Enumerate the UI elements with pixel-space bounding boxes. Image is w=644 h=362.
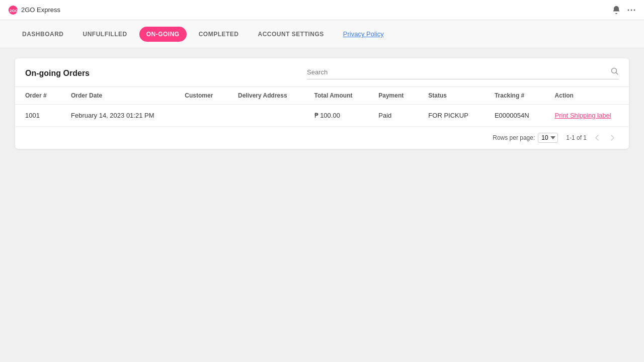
cell-status: FOR PICKUP <box>418 105 485 127</box>
nav-item-privacy-policy[interactable]: Privacy Policy <box>336 26 391 42</box>
print-shipping-label-link[interactable]: Print Shipping label <box>555 112 611 119</box>
cell-total-amount: ₱ 100.00 <box>304 105 369 127</box>
orders-table: Order # Order Date Customer Delivery Add… <box>15 86 629 126</box>
col-header-order-date: Order Date <box>61 87 175 105</box>
svg-line-6 <box>616 73 618 75</box>
nav-item-unfulfilled[interactable]: UNFULFILLED <box>76 27 134 42</box>
main-content: On-going Orders Order # Order Date Custo… <box>0 48 644 159</box>
prev-page-button[interactable] <box>591 132 603 144</box>
cell-tracking: E0000054N <box>485 105 545 127</box>
col-header-status: Status <box>418 87 485 105</box>
nav-item-completed[interactable]: COMPLETED <box>192 27 246 42</box>
col-header-delivery-address: Delivery Address <box>228 87 304 105</box>
svg-point-3 <box>631 9 632 11</box>
table-title: On-going Orders <box>25 69 90 78</box>
page-nav: 1-1 of 1 <box>566 132 619 144</box>
cell-order-num: 1001 <box>15 105 61 127</box>
nav-bar: DASHBOARD UNFULFILLED ON-GOING COMPLETED… <box>0 20 644 48</box>
bell-icon[interactable] <box>612 6 621 15</box>
col-header-total-amount: Total Amount <box>304 87 369 105</box>
col-header-order-num: Order # <box>15 87 61 105</box>
nav-item-dashboard[interactable]: DASHBOARD <box>15 27 71 42</box>
cell-customer <box>175 105 228 127</box>
table-row: 1001 February 14, 2023 01:21 PM ₱ 100.00… <box>15 105 629 127</box>
svg-text:2GO: 2GO <box>10 9 18 13</box>
col-header-customer: Customer <box>175 87 228 105</box>
cell-payment: Paid <box>368 105 418 127</box>
search-bar <box>307 67 619 79</box>
cell-order-date: February 14, 2023 01:21 PM <box>61 105 175 127</box>
search-input[interactable] <box>307 68 607 76</box>
table-header: On-going Orders <box>15 58 629 86</box>
top-bar-right <box>612 6 636 15</box>
pagination-bar: Rows per page: 10 25 50 1-1 of 1 <box>15 126 629 149</box>
top-bar-left: 2GO 2GO Express <box>8 5 60 15</box>
nav-item-on-going[interactable]: ON-GOING <box>139 27 187 42</box>
rows-per-page: Rows per page: 10 25 50 <box>493 133 558 143</box>
col-header-payment: Payment <box>368 87 418 105</box>
search-icon <box>611 67 619 77</box>
rows-per-page-select[interactable]: 10 25 50 <box>538 133 558 143</box>
next-page-button[interactable] <box>607 132 619 144</box>
table-container: On-going Orders Order # Order Date Custo… <box>15 58 629 149</box>
table-header-row: Order # Order Date Customer Delivery Add… <box>15 87 629 105</box>
cell-action: Print Shipping label <box>545 105 629 127</box>
rows-per-page-label: Rows per page: <box>493 134 535 141</box>
page-range: 1-1 of 1 <box>566 134 587 141</box>
col-header-tracking: Tracking # <box>485 87 545 105</box>
app-title: 2GO Express <box>21 6 60 14</box>
svg-point-4 <box>634 9 635 11</box>
nav-item-account-settings[interactable]: ACCOUNT SETTINGS <box>251 27 331 42</box>
svg-point-2 <box>628 9 629 11</box>
more-icon[interactable] <box>627 6 636 15</box>
cell-delivery-address <box>228 105 304 127</box>
col-header-action: Action <box>545 87 629 105</box>
top-bar: 2GO 2GO Express <box>0 0 644 20</box>
logo-icon: 2GO <box>8 5 18 15</box>
